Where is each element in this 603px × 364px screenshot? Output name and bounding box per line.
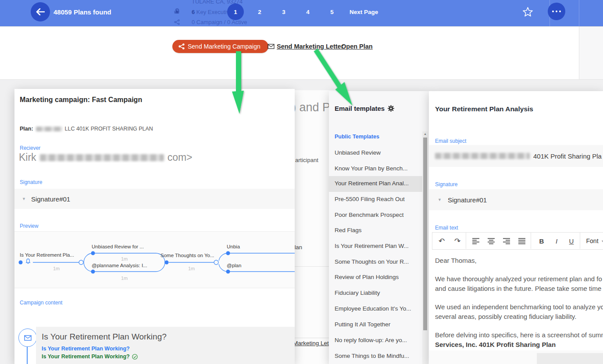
public-templates-group-label: Public Templates — [335, 134, 379, 140]
page-button-4[interactable]: 4 — [303, 9, 313, 15]
favorite-star-icon[interactable] — [522, 7, 533, 17]
italic-button[interactable]: I — [549, 233, 564, 249]
align-right-button[interactable] — [500, 233, 513, 249]
flow-branch2-bottom-label: @plan — [227, 263, 241, 268]
templates-scrollbar[interactable]: ▲ — [422, 131, 428, 364]
plan-row: Plan: LLC 401K PROFIT SHARING PLAN — [20, 126, 153, 132]
receiver-value: Kirk com> — [19, 152, 193, 163]
marketing-campaign-modal: Marketing campaign: Fast Campaign Plan: … — [14, 89, 295, 364]
email-step-icon-wrap — [18, 329, 37, 347]
email-step-sent-line: Is Your Retirement Plan Working? — [42, 353, 138, 360]
align-left-button[interactable] — [469, 233, 482, 249]
email-body-line-4: We used an independent benchmarking tool… — [435, 303, 603, 311]
email-step-template-link[interactable]: Is Your Retirement Plan Working? — [42, 346, 130, 352]
header-separator-2 — [579, 0, 579, 26]
template-item-no-reply-followup[interactable]: No reply follow-up: Are yo... — [335, 337, 407, 343]
background-letter-fragment: Marketing Let — [293, 340, 329, 346]
send-marketing-campaign-button[interactable]: Send Marketing Campaign — [172, 40, 268, 53]
justify-button[interactable] — [515, 233, 528, 249]
next-page-button[interactable]: Next Page — [350, 9, 378, 15]
flow-branch1-top-label: Unbiased Review for ... — [92, 244, 144, 249]
receiver-suffix: com> — [168, 152, 193, 163]
template-item-selected[interactable]: Your Retirement Plan Anal... — [329, 176, 422, 192]
chevron-down-icon: ▼ — [438, 198, 442, 202]
template-item-employee-education[interactable]: Employee Education It's Yo... — [335, 305, 411, 312]
template-item-plan-holdings[interactable]: Review of Plan Holdings — [335, 274, 399, 280]
email-templates-title: Email templates — [335, 105, 385, 112]
top-white-strip — [0, 26, 603, 80]
open-plan-link[interactable]: Open Plan — [341, 43, 373, 50]
more-dots-icon — [552, 11, 561, 12]
email-step-card[interactable]: Is Your Retirement Plan Working? Is Your… — [36, 327, 295, 364]
font-dropdown[interactable]: Font ▼ — [583, 233, 603, 249]
send-marketing-letter-link[interactable]: Send Marketing Letter — [268, 43, 343, 50]
email-step-envelope-icon — [24, 335, 32, 341]
template-item-pre-5500[interactable]: Pre-5500 Filing Reach Out — [335, 196, 405, 202]
undo-button[interactable]: ↶ — [433, 233, 450, 249]
crown-icon — [174, 9, 180, 14]
back-arrow-icon — [36, 8, 45, 15]
email-body-line-7: Services, Inc. 401K Profit Sharing Plan — [435, 341, 556, 348]
page-button-3[interactable]: 3 — [278, 9, 289, 15]
flow-delay-1: 1m — [53, 266, 60, 271]
underline-button[interactable]: U — [564, 233, 579, 249]
template-item-know-your-plan[interactable]: Know Your Plan by Bench... — [335, 165, 408, 172]
flow-delay-2: 1m — [121, 256, 128, 262]
email-subject-label: Email subject — [435, 138, 466, 144]
template-item-unbiased-review[interactable]: Unbiased Review — [335, 149, 381, 156]
page-button-5[interactable]: 5 — [327, 9, 337, 15]
receiver-label: Reciever — [20, 145, 40, 151]
template-item-is-your-plan-working[interactable]: Is Your Retirement Plan W... — [335, 243, 409, 249]
editor-title: Your Retirement Plan Analysis — [435, 105, 533, 113]
more-options-button[interactable] — [548, 3, 565, 20]
share-campaign-icon — [178, 43, 185, 49]
scrollbar-up-arrow-icon[interactable]: ▲ — [422, 132, 428, 135]
chevron-down-icon: ▼ — [22, 197, 26, 201]
scrollbar-thumb[interactable] — [423, 138, 427, 330]
campaign-content-label: Campaign content — [20, 300, 62, 306]
share-nodes-icon — [174, 19, 180, 25]
page-button-2[interactable]: 2 — [254, 9, 265, 15]
bold-button[interactable]: B — [534, 233, 549, 249]
send-campaign-label: Send Marketing Campaign — [188, 43, 260, 50]
signature-value: Signature#01 — [31, 195, 70, 203]
plans-found-title: 48059 Plans found — [54, 8, 111, 16]
embedded-image-block — [537, 353, 603, 364]
plan-name-redacted — [36, 127, 62, 131]
plan-label: Plan: — [20, 126, 33, 132]
template-item-fiduciary-liability[interactable]: Fiduciary Liability — [335, 290, 380, 296]
template-item-red-flags[interactable]: Red Flags — [335, 227, 362, 233]
editor-signature-value: Signature#01 — [448, 196, 487, 204]
editor-toolbar: ↶ ↷ — [432, 232, 603, 250]
email-body-line-5: several areas, possibly creating fiducia… — [435, 313, 576, 320]
template-item-poor-benchmark[interactable]: Poor Benchmark Prospect — [335, 212, 404, 218]
align-left-icon — [471, 237, 480, 244]
back-button[interactable] — [31, 2, 50, 21]
flow-branch1-bottom-label: @planname Analysis: I... — [92, 263, 147, 268]
template-item-putting-it-together[interactable]: Putting It All Together — [335, 321, 390, 328]
redo-button[interactable]: ↷ — [450, 233, 465, 249]
editor-signature-dropdown[interactable]: ▼ Signature#01 — [429, 189, 603, 210]
align-center-button[interactable] — [485, 233, 498, 249]
align-right-icon — [502, 237, 511, 244]
background-heading-fragment: ) and Pr — [292, 101, 334, 114]
flow-node1-label: Is Your Retirement Pla... — [20, 252, 74, 258]
signature-dropdown[interactable]: ▼ Signature#01 — [14, 189, 295, 209]
template-item-things-to-be-mindful[interactable]: Some Things to Be Mindfu... — [335, 353, 409, 359]
gear-icon[interactable] — [388, 105, 394, 112]
template-item-some-thoughts[interactable]: Some Thoughts on Your R... — [335, 258, 409, 265]
email-step-title: Is Your Retirement Plan Working? — [42, 332, 167, 342]
ghost-campaign-row: 0 Campaign / 0 Active — [192, 19, 247, 25]
email-subject-field[interactable]: 401K Profit Sharing Pla — [429, 145, 603, 167]
check-circle-icon — [132, 354, 138, 360]
page-button-1[interactable]: 1 — [227, 4, 244, 20]
email-editor-panel: Your Retirement Plan Analysis Email subj… — [429, 91, 603, 364]
flow-branch2-top-label: Unbia — [227, 244, 240, 249]
email-body-line-6: Before delving into specifics, here is a… — [435, 331, 603, 339]
page-1-label: 1 — [234, 9, 237, 15]
campaign-modal-title: Marketing campaign: Fast Campaign — [20, 96, 142, 104]
email-templates-title-row: Email templates — [335, 105, 394, 112]
open-plan-label: Open Plan — [341, 43, 373, 50]
receiver-first-name: Kirk — [19, 152, 36, 163]
flow-node2-label: Some Thoughts on Yo... — [161, 253, 214, 258]
